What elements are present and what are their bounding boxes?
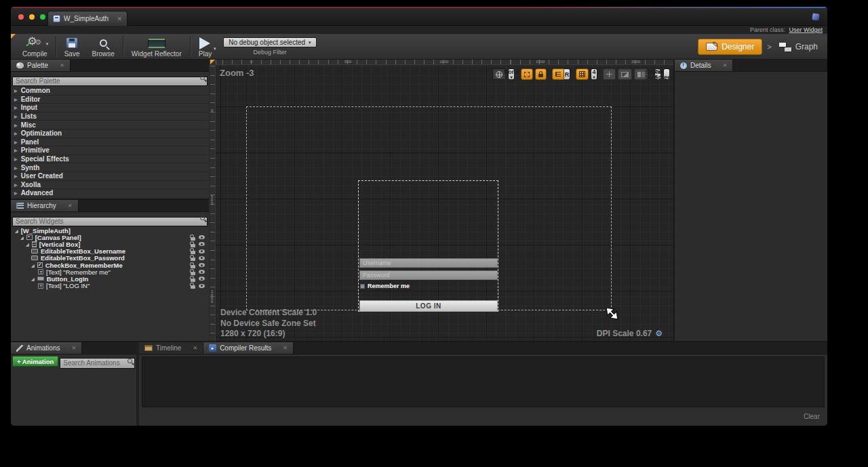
expander-icon[interactable]: ▶ (14, 157, 18, 161)
show-outlines-toggle[interactable] (521, 68, 533, 80)
flag-filter-dropdown[interactable]: None ▾ (508, 68, 515, 80)
close-window-button[interactable] (18, 14, 24, 20)
visibility-eye-icon[interactable] (199, 235, 205, 239)
remember-me-preview[interactable]: Remember me (360, 283, 410, 289)
expander-icon[interactable]: ▶ (14, 97, 18, 102)
visibility-eye-icon[interactable] (199, 242, 205, 246)
compile-button[interactable]: ▾ Compile (16, 34, 54, 59)
tab-palette[interactable]: Palette ✕ (11, 60, 71, 71)
tree-row-password-textbox[interactable]: EditableTextBox_Password (11, 255, 209, 262)
visibility-eye-icon[interactable] (199, 256, 205, 260)
expander-icon[interactable]: ◢ (20, 235, 24, 240)
asset-tab[interactable]: W_SimpleAuth ✕ (47, 11, 127, 26)
clear-log-button[interactable]: Clear (804, 413, 820, 420)
widget-reflector-button[interactable]: Widget Reflector (125, 34, 188, 59)
username-textbox-preview[interactable]: Username (359, 258, 498, 268)
compiler-results-tab-close-icon[interactable]: ✕ (283, 345, 288, 351)
tree-row-checkbox-rememberme[interactable]: ◢ CheckBox_RememberMe (11, 262, 209, 268)
browse-button[interactable]: Browse (85, 34, 120, 59)
tree-row-root[interactable]: ◢ [W_SimpleAuth] (11, 227, 209, 234)
graph-mode-button[interactable]: Graph (776, 39, 821, 54)
palette-search-input[interactable] (12, 77, 208, 86)
palette-category-special-effects[interactable]: ▶Special Effects (11, 155, 209, 164)
palette-category-misc[interactable]: ▶Misc (11, 121, 209, 129)
palette-category-common[interactable]: ▶Common (11, 87, 209, 96)
compiler-log-output[interactable] (142, 357, 825, 407)
compile-dropdown-caret[interactable]: ▾ (46, 41, 49, 47)
designer-mode-button[interactable]: Designer (698, 39, 762, 55)
tree-row-username-textbox[interactable]: EditableTextBox_Username (11, 248, 209, 255)
checkbox-preview[interactable] (360, 284, 365, 289)
minimize-window-button[interactable] (29, 14, 35, 20)
login-button-preview[interactable]: LOG IN (359, 300, 498, 312)
palette-category-input[interactable]: ▶Input (11, 104, 209, 113)
debug-object-dropdown[interactable]: No debug object selected ▾ (223, 37, 316, 47)
preview-background-button[interactable] (618, 68, 632, 80)
animations-tab-close-icon[interactable]: ✕ (71, 345, 76, 351)
lock-icon[interactable] (191, 279, 195, 282)
save-button[interactable]: Save (58, 34, 86, 59)
expander-icon[interactable]: ▶ (14, 174, 18, 178)
lock-widgets-toggle[interactable] (535, 68, 547, 80)
hierarchy-tab-close-icon[interactable]: ✕ (68, 203, 73, 209)
expander-icon[interactable]: ▶ (14, 140, 18, 144)
palette-category-user-created[interactable]: ▶User Created (11, 172, 209, 181)
palette-category-panel[interactable]: ▶Panel (11, 138, 209, 147)
grid-size-dropdown[interactable]: 4 ▾ (591, 68, 597, 80)
dpi-settings-gear-icon[interactable]: ⚙ (655, 329, 663, 338)
play-button[interactable]: ▾ Play (193, 34, 218, 59)
palette-category-xsolla[interactable]: ▶Xsolla (11, 181, 209, 190)
tree-row-canvas-panel[interactable]: ◢ [Canvas Panel] (11, 234, 209, 241)
lock-icon[interactable] (191, 272, 195, 275)
fill-screen-dropdown[interactable]: Fill Screen ▾ (663, 68, 670, 80)
snap-grid-toggle[interactable] (576, 68, 589, 80)
designer-viewport[interactable]: 0 500 1000 1500 2000 0 500 1000 Zoom -3 … (210, 60, 673, 341)
tab-compiler-results[interactable]: Compiler Results ✕ (203, 342, 294, 354)
expander-icon[interactable]: ▶ (14, 165, 18, 170)
tree-row-remember-text[interactable]: [Text] "Remember me" (11, 268, 209, 275)
hierarchy-search-input[interactable] (12, 217, 208, 226)
lock-icon[interactable] (191, 265, 195, 268)
expander-icon[interactable]: ◢ (26, 242, 29, 247)
visibility-eye-icon[interactable] (199, 284, 205, 288)
respect-locks-toggle[interactable]: R (564, 68, 570, 80)
visibility-eye-icon[interactable] (199, 263, 205, 267)
expander-icon[interactable]: ◢ (31, 263, 35, 268)
expander-icon[interactable]: ◢ (31, 277, 35, 281)
lock-icon[interactable] (191, 285, 195, 289)
expander-icon[interactable]: ▶ (14, 190, 18, 195)
expander-icon[interactable]: ▶ (14, 114, 18, 119)
tab-hierarchy[interactable]: Hierarchy ✕ (11, 200, 79, 211)
tree-row-login-text[interactable]: [Text] "LOG IN" (11, 283, 209, 289)
lock-icon[interactable] (191, 244, 195, 247)
palette-category-advanced[interactable]: ▶Advanced (11, 189, 209, 198)
tab-details[interactable]: Details ✕ (675, 60, 733, 71)
tree-row-button-login[interactable]: ◢ Button_LogIn (11, 275, 209, 282)
expander-icon[interactable]: ▶ (14, 148, 18, 153)
expander-icon[interactable]: ▶ (14, 88, 18, 93)
lock-icon[interactable] (191, 237, 195, 241)
lock-icon[interactable] (191, 258, 195, 261)
palette-category-primitive[interactable]: ▶Primitive (11, 146, 209, 155)
visibility-eye-icon[interactable] (199, 270, 205, 274)
timeline-tab-close-icon[interactable]: ✕ (193, 345, 197, 351)
expander-icon[interactable]: ▶ (14, 182, 18, 187)
palette-category-synth[interactable]: ▶Synth (11, 163, 209, 172)
layout-bars-toggle[interactable] (552, 68, 564, 80)
tree-row-vertical-box[interactable]: ◢ [Vertical Box] (11, 241, 209, 247)
palette-category-lists[interactable]: ▶Lists (11, 113, 209, 121)
palette-category-editor[interactable]: ▶Editor (11, 96, 209, 104)
tab-animations[interactable]: Animations ✕ (11, 342, 82, 354)
visibility-eye-icon[interactable] (199, 249, 205, 253)
tab-timeline[interactable]: Timeline ✕ (139, 342, 203, 354)
palette-tab-close-icon[interactable]: ✕ (60, 62, 64, 68)
lock-icon[interactable] (191, 251, 195, 254)
expander-icon[interactable]: ▶ (14, 123, 18, 127)
add-animation-button[interactable]: + Animation (12, 356, 58, 367)
password-textbox-preview[interactable]: Password (359, 270, 498, 280)
maximize-window-button[interactable] (40, 14, 45, 20)
expander-icon[interactable]: ▶ (14, 131, 18, 136)
expander-icon[interactable]: ◢ (15, 228, 18, 233)
parent-class-link[interactable]: User Widget (789, 26, 823, 33)
palette-category-optimization[interactable]: ▶Optimization (11, 129, 209, 138)
